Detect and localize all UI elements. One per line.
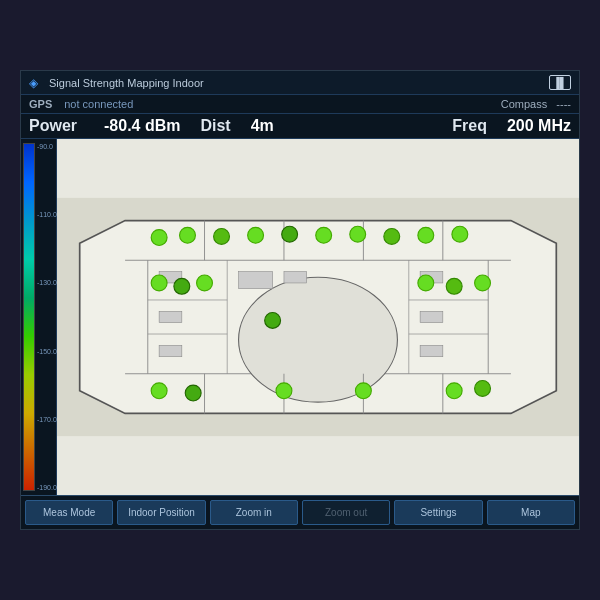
svg-point-31 xyxy=(214,228,230,244)
svg-point-47 xyxy=(185,385,201,401)
app-title: Signal Strength Mapping Indoor xyxy=(49,77,204,89)
scale-tick-4: -150.0 xyxy=(37,348,57,355)
gps-status: not connected xyxy=(64,98,133,110)
svg-rect-27 xyxy=(420,311,443,322)
svg-point-41 xyxy=(197,275,213,291)
svg-rect-28 xyxy=(420,345,443,356)
svg-point-40 xyxy=(174,278,190,294)
title-bar: ◈ Signal Strength Mapping Indoor ▐▌ xyxy=(21,71,579,95)
app-container: ◈ Signal Strength Mapping Indoor ▐▌ GPS … xyxy=(20,70,580,530)
svg-point-39 xyxy=(151,275,167,291)
dist-value: 4m xyxy=(251,117,274,135)
svg-point-50 xyxy=(446,383,462,399)
gps-label: GPS xyxy=(29,98,52,110)
indoor-position-button[interactable]: Indoor Position xyxy=(117,500,205,525)
scale-tick-5: -170.0 xyxy=(37,416,57,423)
settings-button[interactable]: Settings xyxy=(394,500,482,525)
svg-point-30 xyxy=(180,227,196,243)
svg-point-49 xyxy=(355,383,371,399)
svg-rect-23 xyxy=(159,345,182,356)
main-content: -90.0 -110.0 -130.0 -150.0 -170.0 -190.0 xyxy=(21,139,579,495)
svg-rect-24 xyxy=(239,272,273,289)
toolbar: Meas Mode Indoor Position Zoom in Zoom o… xyxy=(21,495,579,529)
svg-point-44 xyxy=(475,275,491,291)
svg-point-35 xyxy=(350,226,366,242)
svg-point-48 xyxy=(276,383,292,399)
scale-tick-2: -110.0 xyxy=(37,211,57,218)
scale-bar: -90.0 -110.0 -130.0 -150.0 -170.0 -190.0 xyxy=(21,139,57,495)
svg-point-36 xyxy=(384,228,400,244)
svg-point-45 xyxy=(265,312,281,328)
scale-tick-1: -90.0 xyxy=(37,143,57,150)
title-left: ◈ Signal Strength Mapping Indoor xyxy=(29,76,204,90)
svg-point-34 xyxy=(316,227,332,243)
svg-point-43 xyxy=(446,278,462,294)
svg-point-38 xyxy=(452,226,468,242)
zoom-out-button[interactable]: Zoom out xyxy=(302,500,390,525)
zoom-in-button[interactable]: Zoom in xyxy=(210,500,298,525)
freq-value: 200 MHz xyxy=(507,117,571,135)
freq-label: Freq xyxy=(452,117,487,135)
svg-point-46 xyxy=(151,383,167,399)
svg-rect-25 xyxy=(284,272,307,283)
svg-point-42 xyxy=(418,275,434,291)
scale-tick-3: -130.0 xyxy=(37,279,57,286)
power-bar: Power -80.4 dBm Dist 4m Freq 200 MHz xyxy=(21,114,579,139)
dist-label: Dist xyxy=(200,117,230,135)
svg-point-29 xyxy=(151,230,167,246)
scale-gradient xyxy=(23,143,35,491)
power-value: -80.4 dBm xyxy=(104,117,180,135)
svg-point-10 xyxy=(239,277,398,402)
power-label: Power xyxy=(29,117,84,135)
svg-point-37 xyxy=(418,227,434,243)
svg-point-32 xyxy=(248,227,264,243)
map-button[interactable]: Map xyxy=(487,500,575,525)
meas-mode-button[interactable]: Meas Mode xyxy=(25,500,113,525)
info-bar: GPS not connected Compass ---- xyxy=(21,95,579,114)
scale-tick-6: -190.0 xyxy=(37,484,57,491)
compass-label: Compass ---- xyxy=(501,98,571,110)
svg-rect-22 xyxy=(159,311,182,322)
scale-labels: -90.0 -110.0 -130.0 -150.0 -170.0 -190.0 xyxy=(35,143,57,491)
svg-point-33 xyxy=(282,226,298,242)
app-icon: ◈ xyxy=(29,76,43,90)
svg-point-51 xyxy=(475,381,491,397)
floor-plan-svg xyxy=(57,139,579,495)
map-area[interactable] xyxy=(57,139,579,495)
battery-icon: ▐▌ xyxy=(549,75,571,90)
